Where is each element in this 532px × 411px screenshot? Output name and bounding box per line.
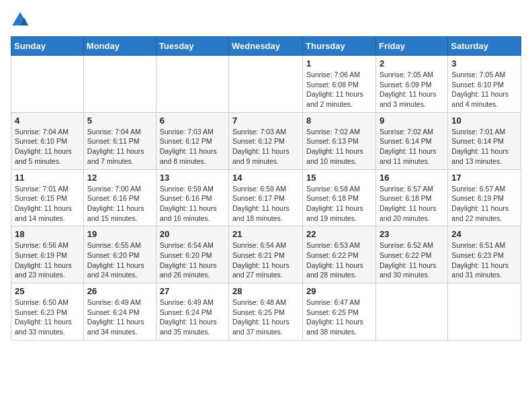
day-info: Sunrise: 6:58 AM Sunset: 6:18 PM Dayligh… (306, 184, 372, 224)
day-number: 20 (160, 229, 225, 239)
calendar-cell (11, 56, 84, 113)
calendar-cell: 9Sunrise: 7:02 AM Sunset: 6:14 PM Daylig… (375, 112, 447, 169)
calendar-cell (448, 283, 521, 340)
calendar-cell (83, 56, 156, 113)
day-number: 28 (232, 286, 299, 296)
day-info: Sunrise: 7:03 AM Sunset: 6:12 PM Dayligh… (160, 127, 225, 167)
day-info: Sunrise: 6:53 AM Sunset: 6:22 PM Dayligh… (306, 240, 372, 280)
calendar-cell (156, 56, 228, 113)
calendar-cell (375, 283, 447, 340)
day-number: 26 (87, 286, 152, 296)
day-info: Sunrise: 7:04 AM Sunset: 6:10 PM Dayligh… (15, 127, 80, 167)
day-number: 18 (15, 229, 80, 239)
day-info: Sunrise: 7:00 AM Sunset: 6:16 PM Dayligh… (87, 184, 152, 224)
day-info: Sunrise: 7:01 AM Sunset: 6:14 PM Dayligh… (451, 127, 517, 167)
page-header (11, 11, 521, 30)
logo-icon (11, 11, 30, 30)
day-number: 24 (451, 229, 517, 239)
day-number: 17 (451, 173, 517, 183)
day-number: 7 (232, 116, 299, 126)
calendar-table: SundayMondayTuesdayWednesdayThursdayFrid… (11, 36, 521, 340)
day-info: Sunrise: 6:54 AM Sunset: 6:20 PM Dayligh… (160, 240, 225, 280)
day-info: Sunrise: 7:05 AM Sunset: 6:10 PM Dayligh… (451, 70, 517, 109)
day-info: Sunrise: 6:49 AM Sunset: 6:24 PM Dayligh… (87, 298, 152, 337)
calendar-cell: 11Sunrise: 7:01 AM Sunset: 6:15 PM Dayli… (11, 169, 84, 226)
calendar-cell (229, 56, 303, 113)
day-info: Sunrise: 7:04 AM Sunset: 6:11 PM Dayligh… (87, 127, 152, 167)
day-number: 22 (306, 229, 372, 239)
day-info: Sunrise: 6:59 AM Sunset: 6:16 PM Dayligh… (160, 184, 225, 224)
day-info: Sunrise: 6:59 AM Sunset: 6:17 PM Dayligh… (232, 184, 299, 224)
calendar-cell: 26Sunrise: 6:49 AM Sunset: 6:24 PM Dayli… (83, 283, 156, 340)
day-number: 13 (160, 173, 225, 183)
calendar-week-row: 18Sunrise: 6:56 AM Sunset: 6:19 PM Dayli… (11, 226, 521, 283)
day-info: Sunrise: 6:47 AM Sunset: 6:25 PM Dayligh… (306, 298, 372, 337)
day-info: Sunrise: 6:57 AM Sunset: 6:19 PM Dayligh… (451, 184, 517, 224)
day-info: Sunrise: 7:05 AM Sunset: 6:09 PM Dayligh… (380, 70, 444, 109)
calendar-week-row: 11Sunrise: 7:01 AM Sunset: 6:15 PM Dayli… (11, 169, 521, 226)
day-number: 16 (380, 173, 444, 183)
day-number: 15 (306, 173, 372, 183)
calendar-cell: 13Sunrise: 6:59 AM Sunset: 6:16 PM Dayli… (156, 169, 228, 226)
day-number: 9 (380, 116, 444, 126)
day-number: 6 (160, 116, 225, 126)
day-number: 1 (306, 58, 372, 68)
calendar-cell: 22Sunrise: 6:53 AM Sunset: 6:22 PM Dayli… (303, 226, 376, 283)
day-info: Sunrise: 7:06 AM Sunset: 6:08 PM Dayligh… (306, 70, 372, 109)
day-number: 2 (380, 58, 444, 68)
calendar-cell: 27Sunrise: 6:49 AM Sunset: 6:24 PM Dayli… (156, 283, 228, 340)
calendar-header-row: SundayMondayTuesdayWednesdayThursdayFrid… (11, 37, 521, 56)
day-number: 19 (87, 229, 152, 239)
day-info: Sunrise: 7:03 AM Sunset: 6:12 PM Dayligh… (232, 127, 299, 167)
calendar-cell: 17Sunrise: 6:57 AM Sunset: 6:19 PM Dayli… (448, 169, 521, 226)
day-number: 3 (451, 58, 517, 68)
calendar-cell: 15Sunrise: 6:58 AM Sunset: 6:18 PM Dayli… (303, 169, 376, 226)
calendar-cell: 20Sunrise: 6:54 AM Sunset: 6:20 PM Dayli… (156, 226, 228, 283)
calendar-cell: 21Sunrise: 6:54 AM Sunset: 6:21 PM Dayli… (229, 226, 303, 283)
calendar-cell: 16Sunrise: 6:57 AM Sunset: 6:18 PM Dayli… (375, 169, 447, 226)
day-number: 14 (232, 173, 299, 183)
calendar-cell: 2Sunrise: 7:05 AM Sunset: 6:09 PM Daylig… (375, 56, 447, 113)
calendar-cell: 25Sunrise: 6:50 AM Sunset: 6:23 PM Dayli… (11, 283, 84, 340)
weekday-header: Sunday (11, 37, 84, 56)
day-info: Sunrise: 6:48 AM Sunset: 6:25 PM Dayligh… (232, 298, 299, 337)
day-info: Sunrise: 6:49 AM Sunset: 6:24 PM Dayligh… (160, 298, 225, 337)
calendar-cell: 24Sunrise: 6:51 AM Sunset: 6:23 PM Dayli… (448, 226, 521, 283)
day-number: 12 (87, 173, 152, 183)
day-info: Sunrise: 6:57 AM Sunset: 6:18 PM Dayligh… (380, 184, 444, 224)
calendar-cell: 19Sunrise: 6:55 AM Sunset: 6:20 PM Dayli… (83, 226, 156, 283)
day-info: Sunrise: 6:50 AM Sunset: 6:23 PM Dayligh… (15, 298, 80, 337)
calendar-cell: 6Sunrise: 7:03 AM Sunset: 6:12 PM Daylig… (156, 112, 228, 169)
calendar-cell: 7Sunrise: 7:03 AM Sunset: 6:12 PM Daylig… (229, 112, 303, 169)
calendar-week-row: 1Sunrise: 7:06 AM Sunset: 6:08 PM Daylig… (11, 56, 521, 113)
calendar-cell: 14Sunrise: 6:59 AM Sunset: 6:17 PM Dayli… (229, 169, 303, 226)
day-number: 5 (87, 116, 152, 126)
day-number: 25 (15, 286, 80, 296)
day-number: 11 (15, 173, 80, 183)
day-info: Sunrise: 7:02 AM Sunset: 6:14 PM Dayligh… (380, 127, 444, 167)
calendar-cell: 10Sunrise: 7:01 AM Sunset: 6:14 PM Dayli… (448, 112, 521, 169)
calendar-cell: 8Sunrise: 7:02 AM Sunset: 6:13 PM Daylig… (303, 112, 376, 169)
calendar-week-row: 4Sunrise: 7:04 AM Sunset: 6:10 PM Daylig… (11, 112, 521, 169)
calendar-cell: 23Sunrise: 6:52 AM Sunset: 6:22 PM Dayli… (375, 226, 447, 283)
calendar-cell: 28Sunrise: 6:48 AM Sunset: 6:25 PM Dayli… (229, 283, 303, 340)
weekday-header: Tuesday (156, 37, 228, 56)
weekday-header: Wednesday (229, 37, 303, 56)
day-info: Sunrise: 6:52 AM Sunset: 6:22 PM Dayligh… (380, 240, 444, 280)
day-number: 4 (15, 116, 80, 126)
day-info: Sunrise: 7:02 AM Sunset: 6:13 PM Dayligh… (306, 127, 372, 167)
calendar-week-row: 25Sunrise: 6:50 AM Sunset: 6:23 PM Dayli… (11, 283, 521, 340)
day-number: 23 (380, 229, 444, 239)
calendar-cell: 1Sunrise: 7:06 AM Sunset: 6:08 PM Daylig… (303, 56, 376, 113)
weekday-header: Friday (375, 37, 447, 56)
calendar-cell: 3Sunrise: 7:05 AM Sunset: 6:10 PM Daylig… (448, 56, 521, 113)
weekday-header: Saturday (448, 37, 521, 56)
day-info: Sunrise: 6:55 AM Sunset: 6:20 PM Dayligh… (87, 240, 152, 280)
day-info: Sunrise: 7:01 AM Sunset: 6:15 PM Dayligh… (15, 184, 80, 224)
calendar-cell: 4Sunrise: 7:04 AM Sunset: 6:10 PM Daylig… (11, 112, 84, 169)
day-number: 27 (160, 286, 225, 296)
calendar-cell: 12Sunrise: 7:00 AM Sunset: 6:16 PM Dayli… (83, 169, 156, 226)
weekday-header: Monday (83, 37, 156, 56)
day-info: Sunrise: 6:56 AM Sunset: 6:19 PM Dayligh… (15, 240, 80, 280)
calendar-cell: 5Sunrise: 7:04 AM Sunset: 6:11 PM Daylig… (83, 112, 156, 169)
